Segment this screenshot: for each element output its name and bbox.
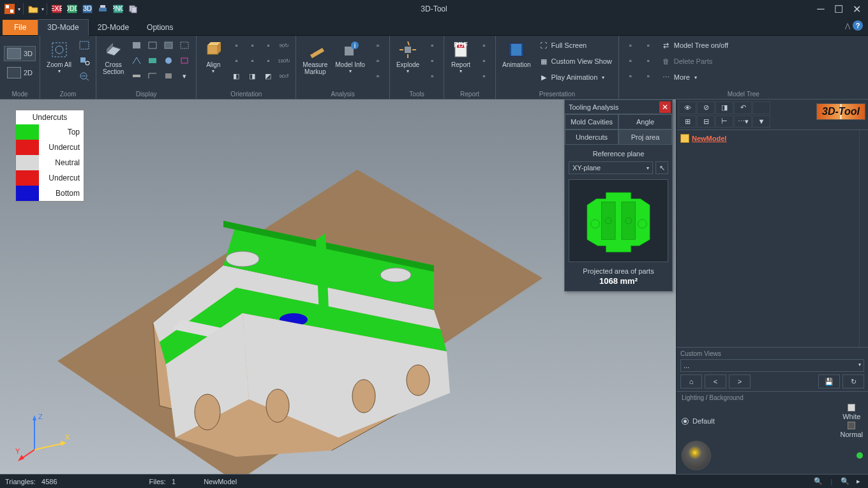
mt-b-icon[interactable]: ▫ xyxy=(623,54,638,68)
tab-3d-mode[interactable]: 3D-Mode xyxy=(38,19,88,36)
save-ddd-icon[interactable]: DDD xyxy=(65,2,79,16)
lighting-sphere[interactable] xyxy=(682,441,711,470)
view-iso2-icon[interactable]: ◨ xyxy=(244,69,260,83)
tree-root-name[interactable]: NewModel xyxy=(692,135,726,142)
save-exe-icon[interactable]: EXE xyxy=(50,2,64,16)
disp-d-icon[interactable] xyxy=(177,54,192,68)
tooling-panel-header[interactable]: Tooling Analysis ✕ xyxy=(565,100,672,114)
align-button[interactable]: Align▾ xyxy=(200,38,226,75)
report-c-icon[interactable]: ▫ xyxy=(476,69,491,83)
sbt-collapse-icon[interactable]: ⊟ xyxy=(697,115,715,128)
rot180-icon[interactable]: 180↻ xyxy=(276,54,292,68)
tab-angle[interactable]: Angle xyxy=(618,114,672,129)
analysis-a-icon[interactable]: ▫ xyxy=(370,38,385,52)
modeltree-toggle-button[interactable]: ⇄Model Tree on/off xyxy=(659,38,731,52)
save-pdf-icon[interactable]: 3D xyxy=(80,2,94,16)
zoom-selection-icon[interactable] xyxy=(77,54,92,68)
model-info-button[interactable]: i Model Info▾ xyxy=(333,38,368,75)
qat-dropdown-icon[interactable]: ▾ xyxy=(18,6,20,12)
measure-markup-button[interactable]: Measure Markup xyxy=(300,38,330,77)
maximize-button[interactable]: ☐ xyxy=(830,1,848,17)
view-back-icon[interactable]: ▫ xyxy=(244,38,260,52)
zoom-all-button[interactable]: Zoom All ▾ xyxy=(44,38,74,75)
tab-options[interactable]: Options xyxy=(138,20,182,35)
minimize-button[interactable]: ─ xyxy=(812,1,830,17)
mt-c-icon[interactable]: ▫ xyxy=(623,69,638,83)
view-iso3-icon[interactable]: ◩ xyxy=(260,69,276,83)
copy-icon[interactable] xyxy=(126,2,140,16)
tab-2d-mode[interactable]: 2D-Mode xyxy=(89,20,138,35)
disp-e-icon[interactable] xyxy=(129,69,144,83)
white-checkbox[interactable] xyxy=(848,404,855,411)
tool-a-icon[interactable]: ▫ xyxy=(424,38,440,52)
collapse-ribbon-icon[interactable]: ⋀ xyxy=(845,22,850,29)
view-bottom-icon[interactable]: ▫ xyxy=(260,54,276,68)
close-button[interactable]: ✕ xyxy=(848,1,865,17)
status-zoom-out-icon[interactable]: 🔍 xyxy=(839,477,851,487)
open-icon[interactable] xyxy=(26,2,40,16)
tool-b-icon[interactable]: ▫ xyxy=(424,54,440,68)
sbt-undo-icon[interactable]: ↶ xyxy=(734,101,752,114)
open-dropdown-icon[interactable]: ▾ xyxy=(41,6,44,12)
zoom-out-icon[interactable] xyxy=(77,69,92,83)
status-zoom-in-icon[interactable]: 🔍 xyxy=(812,477,824,487)
tooling-close-button[interactable]: ✕ xyxy=(659,101,671,113)
cv-prev-button[interactable]: < xyxy=(705,374,726,388)
custom-view-show-button[interactable]: ▦Custom View Show xyxy=(536,54,615,68)
tab-mold-cavities[interactable]: Mold Cavities xyxy=(565,114,618,129)
sbt-filter-icon[interactable]: ▼ xyxy=(752,115,770,128)
view-front-icon[interactable]: ▫ xyxy=(228,38,244,52)
zoom-window-icon[interactable] xyxy=(77,38,92,52)
shade-1-icon[interactable] xyxy=(129,38,144,52)
fullscreen-button[interactable]: ⛶Full Screen xyxy=(536,38,615,52)
analysis-b-icon[interactable]: ▫ xyxy=(370,54,385,68)
tab-undercuts[interactable]: Undercuts xyxy=(565,129,618,145)
sbt-iso-icon[interactable]: ◨ xyxy=(715,101,733,114)
disp-b-icon[interactable] xyxy=(145,54,160,68)
custom-views-select[interactable]: ...▾ xyxy=(680,359,864,372)
disp-h-icon[interactable]: ▾ xyxy=(177,69,192,83)
disp-g-icon[interactable] xyxy=(161,69,176,83)
sbt-more-icon[interactable]: ⋯▾ xyxy=(734,115,752,128)
rot90-2-icon[interactable]: 90↺ xyxy=(276,69,292,83)
shade-4-icon[interactable] xyxy=(177,38,192,52)
mt-a-icon[interactable]: ▫ xyxy=(623,38,638,52)
normal-checkbox[interactable] xyxy=(848,422,855,429)
disp-f-icon[interactable] xyxy=(145,69,160,83)
disp-c-icon[interactable] xyxy=(161,54,176,68)
disp-a-icon[interactable] xyxy=(129,54,144,68)
report-b-icon[interactable]: ▫ xyxy=(476,54,491,68)
sbt-expand-icon[interactable]: ⊞ xyxy=(678,115,696,128)
file-menu-button[interactable]: File xyxy=(3,20,38,35)
sbt-hide-icon[interactable]: ⊘ xyxy=(697,101,715,114)
analysis-c-icon[interactable]: ▫ xyxy=(370,69,385,83)
app-icon[interactable] xyxy=(3,2,17,16)
sbt-tree-icon[interactable]: ⊢ xyxy=(715,115,733,128)
lighting-default-radio[interactable] xyxy=(682,418,689,425)
view-left-icon[interactable]: ▫ xyxy=(260,38,276,52)
shade-2-icon[interactable] xyxy=(145,38,160,52)
view-top-icon[interactable]: ▫ xyxy=(244,54,260,68)
view-iso1-icon[interactable]: ◧ xyxy=(228,69,244,83)
mt-f-icon[interactable]: ▫ xyxy=(641,69,656,83)
help-button[interactable]: ? xyxy=(853,20,863,31)
cv-home-button[interactable]: ⌂ xyxy=(680,374,702,388)
delete-parts-button[interactable]: 🗑Delete Parts xyxy=(659,54,731,68)
play-animation-button[interactable]: ▶Play Animation▾ xyxy=(536,70,615,84)
animation-button[interactable]: Animation xyxy=(500,38,533,70)
status-collapse-icon[interactable]: ▸ xyxy=(853,477,864,487)
mode-3d-button[interactable]: 3D xyxy=(4,46,36,61)
sbt-eye-icon[interactable]: 👁 xyxy=(678,101,696,114)
cv-save-button[interactable]: 💾 xyxy=(818,374,840,388)
more-button[interactable]: ⋯More▾ xyxy=(659,70,731,84)
tab-proj-area[interactable]: Proj area xyxy=(618,129,672,145)
view-right-icon[interactable]: ▫ xyxy=(228,54,244,68)
pick-plane-button[interactable]: ↖ xyxy=(655,161,668,174)
cv-next-button[interactable]: > xyxy=(729,374,751,388)
tool-c-icon[interactable]: ▫ xyxy=(424,69,440,83)
model-tree[interactable]: NewModel xyxy=(677,130,868,348)
mt-e-icon[interactable]: ▫ xyxy=(641,54,656,68)
cv-refresh-button[interactable]: ↻ xyxy=(842,374,864,388)
mode-2d-button[interactable]: 2D xyxy=(4,65,36,80)
sbt-blank-icon[interactable] xyxy=(752,101,770,114)
